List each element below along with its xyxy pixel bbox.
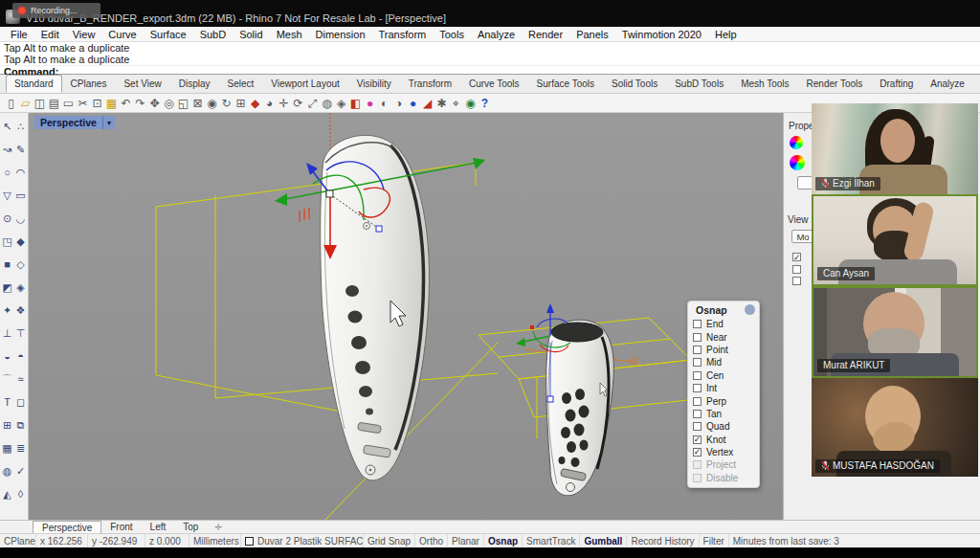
menu-item[interactable]: Solid	[233, 29, 269, 40]
osnap-option[interactable]: Mid	[688, 356, 759, 368]
toolbar-tab[interactable]: CPlanes	[62, 75, 116, 93]
tool-palette-icon[interactable]: ◳	[1, 231, 14, 254]
menu-item[interactable]: Surface	[144, 29, 193, 40]
toolbar-tab[interactable]: Surface Tools	[528, 75, 603, 93]
tool-palette-icon[interactable]: ⌒	[1, 368, 14, 391]
osnap-option[interactable]: Cen	[688, 369, 759, 382]
osnap-option[interactable]: Perp	[688, 394, 759, 407]
toolbar-icon[interactable]: ◉	[463, 95, 478, 112]
toolbar-icon[interactable]: ◎	[162, 95, 176, 112]
osnap-checkbox[interactable]	[693, 358, 702, 367]
menu-item[interactable]: Render	[522, 29, 569, 40]
toolbar-tab[interactable]: Solid Tools	[603, 75, 666, 93]
osnap-option[interactable]: End	[688, 318, 759, 330]
osnap-checkbox[interactable]	[693, 448, 702, 457]
menu-item[interactable]: SubD	[193, 29, 234, 40]
toolbar-icon[interactable]: ⊞	[234, 95, 248, 112]
tool-palette-icon[interactable]: ◊	[14, 483, 28, 506]
osnap-option[interactable]: Disable	[688, 472, 759, 484]
toolbar-icon[interactable]: ◕	[262, 95, 277, 112]
current-layer-pane[interactable]: Duvar 2 Plastik SURFACES	[241, 534, 364, 547]
tool-palette-icon[interactable]: ■	[1, 254, 14, 277]
status-toggle[interactable]: SmartTrack	[523, 534, 580, 547]
tool-palette-icon[interactable]: ▽	[1, 185, 14, 208]
status-toggle[interactable]: Filter	[700, 534, 729, 547]
osnap-option[interactable]: Int	[688, 382, 759, 394]
tool-palette-icon[interactable]: ≣	[14, 437, 28, 460]
color-wheel-icon[interactable]	[790, 136, 803, 149]
toolbar-icon[interactable]: ▱	[18, 95, 33, 112]
toolbar-icon[interactable]: ⌖	[449, 95, 463, 112]
osnap-option[interactable]: Vertex	[688, 446, 759, 458]
osnap-checkbox[interactable]	[693, 435, 702, 444]
menu-item[interactable]: File	[4, 29, 34, 40]
toolbar-icon[interactable]: ◐	[377, 95, 391, 112]
osnap-checkbox[interactable]	[693, 460, 702, 469]
viewport-tab[interactable]: Top	[174, 521, 207, 533]
tool-palette-icon[interactable]: ✎	[14, 139, 28, 162]
toolbar-icon[interactable]: ↻	[219, 95, 234, 112]
participant-video[interactable]: Ezgi İlhan	[812, 103, 978, 194]
tool-palette-icon[interactable]: ◈	[14, 277, 28, 300]
osnap-checkbox[interactable]	[693, 371, 702, 380]
tool-palette-icon[interactable]: ⊥	[1, 323, 14, 346]
toolbar-tab[interactable]: Standard	[6, 75, 62, 93]
status-toggle[interactable]: Grid Snap	[364, 534, 415, 547]
menu-item[interactable]: View	[66, 29, 102, 40]
osnap-option[interactable]: Point	[688, 344, 759, 356]
tool-palette-icon[interactable]: ◓	[14, 346, 28, 368]
toolbar-icon[interactable]: ⤢	[305, 95, 320, 112]
toolbar-tab[interactable]: Transform	[400, 75, 460, 93]
status-toggle[interactable]: Gumball	[580, 534, 627, 547]
toolbar-tab[interactable]: Viewport Layout	[262, 75, 348, 93]
toolbar-icon[interactable]: ◧	[348, 95, 363, 112]
tool-palette-icon[interactable]: ✦	[1, 300, 14, 323]
panel-checkbox[interactable]	[792, 277, 801, 285]
toolbar-icon[interactable]: ◫	[33, 95, 47, 112]
toolbar-icon[interactable]: ?	[478, 95, 492, 112]
tool-palette-icon[interactable]: ○	[1, 162, 14, 185]
osnap-checkbox[interactable]	[693, 320, 702, 328]
toolbar-tab[interactable]: Analyze	[922, 75, 973, 93]
tool-palette-icon[interactable]: ◡	[14, 208, 28, 231]
tool-palette-icon[interactable]: ≈	[14, 368, 28, 391]
toolbar-tab[interactable]: Display	[170, 75, 219, 93]
osnap-checkbox[interactable]	[693, 422, 702, 431]
toolbar-tab[interactable]: New in V7	[973, 75, 980, 93]
tool-palette-icon[interactable]: ↝	[1, 139, 14, 162]
tool-palette-icon[interactable]: ✓	[14, 460, 28, 483]
toolbar-icon[interactable]: ▦	[104, 95, 119, 112]
tool-palette-icon[interactable]: ▦	[1, 437, 14, 460]
toolbar-icon[interactable]: ✥	[147, 95, 162, 112]
toolbar-icon[interactable]: ◆	[248, 95, 262, 112]
viewport-tab[interactable]: Perspective	[33, 521, 101, 533]
color-wheel-icon[interactable]	[790, 155, 805, 170]
tool-palette-icon[interactable]: ∴	[14, 116, 28, 139]
tool-palette-icon[interactable]: ◻	[14, 391, 28, 414]
tool-palette-icon[interactable]: ⊙	[1, 208, 14, 231]
tool-palette-icon[interactable]: ▭	[14, 185, 28, 208]
viewport-tab[interactable]: Front	[101, 521, 141, 533]
toolbar-tab[interactable]: Visibility	[348, 75, 400, 93]
menu-item[interactable]: Tools	[433, 29, 471, 40]
toolbar-icon[interactable]: ↶	[119, 95, 133, 112]
menu-item[interactable]: Twinmotion 2020	[615, 29, 708, 40]
status-toggle[interactable]: Osnap	[484, 534, 523, 547]
tool-palette-icon[interactable]: ◩	[1, 277, 14, 300]
osnap-checkbox[interactable]	[693, 474, 702, 482]
tool-palette-icon[interactable]: ◒	[1, 346, 14, 368]
tool-palette-icon[interactable]: ◇	[14, 254, 28, 277]
tool-palette-icon[interactable]: ⧉	[14, 414, 28, 437]
toolbar-tab[interactable]: Curve Tools	[460, 75, 528, 93]
toolbar-icon[interactable]: ●	[363, 95, 377, 112]
model-large[interactable]	[321, 135, 430, 480]
tool-palette-icon[interactable]: T	[1, 391, 14, 414]
participant-video[interactable]: MUSTAFA HASDOĞAN	[812, 378, 978, 477]
toolbar-icon[interactable]: ◑	[391, 95, 406, 112]
panel-checkbox[interactable]	[792, 253, 801, 261]
toolbar-tab[interactable]: SubD Tools	[666, 75, 732, 93]
toolbar-icon[interactable]: ▯	[4, 95, 18, 112]
toolbar-icon[interactable]: ◉	[205, 95, 219, 112]
toolbar-icon[interactable]: ↷	[133, 95, 147, 112]
tool-palette-icon[interactable]: ❖	[14, 300, 28, 323]
